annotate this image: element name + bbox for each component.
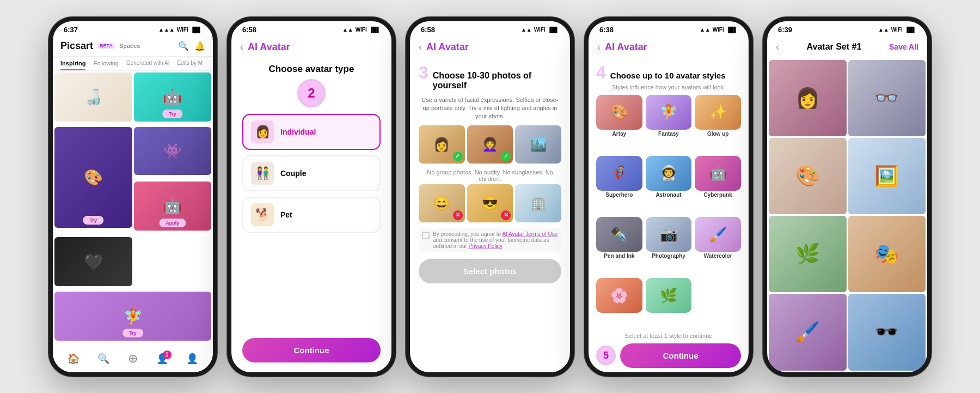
photo-cell-3[interactable]: 🏙️	[515, 125, 561, 164]
apply-btn-4[interactable]: Apply	[159, 219, 186, 227]
result-item-6[interactable]: 🎭	[848, 216, 926, 292]
style-astronaut[interactable]: 👨‍🚀 Astronaut	[646, 156, 692, 214]
styles-screen: 4 Choose up to 10 avatar styles Styles i…	[589, 58, 749, 372]
choose-type-title: Choose avatar type	[242, 64, 381, 75]
try-btn-6[interactable]: Try	[122, 329, 143, 337]
photo-cell-5[interactable]: 😎 ✕	[467, 184, 513, 222]
consent-checkbox[interactable]	[422, 232, 430, 239]
avatar-title-4: AI Avatar	[605, 41, 647, 53]
feed-img-3: 👾	[134, 127, 212, 175]
style-extra1[interactable]: 🌸	[596, 278, 642, 330]
result-item-1[interactable]: 👩	[769, 60, 847, 136]
avatar-header-3: ‹ AI Avatar	[410, 36, 570, 58]
feed-item-5[interactable]: 🖤	[54, 237, 132, 286]
no-rule-text: No group photos. No nudity. No sunglasse…	[419, 169, 561, 182]
back-button-5[interactable]: ‹	[776, 41, 779, 53]
style-thumb-fantasy: 🧚	[646, 95, 692, 130]
photo-cell-6[interactable]: 🏢	[515, 184, 561, 222]
status-bar-4: 6:38 ▲▲ WiFi ▐█▌	[589, 21, 749, 36]
feed-item-0[interactable]: 🍶	[54, 72, 132, 122]
feed-item-4[interactable]: 🤖 Apply	[134, 182, 212, 231]
nav-home[interactable]: 🏠	[68, 353, 79, 365]
style-label-superhero: Superhero	[605, 192, 633, 198]
photos-title: Choose 10-30 photos of yourself	[433, 71, 561, 90]
tab-following[interactable]: Following	[93, 60, 118, 70]
styles-subtitle: Styles influence how your avatars will l…	[596, 84, 741, 90]
result-item-4[interactable]: 🖼️	[848, 138, 926, 214]
tab-inspiring[interactable]: Inspiring	[60, 60, 85, 70]
continue-btn-2[interactable]: Continue	[242, 338, 381, 362]
feed-item-3[interactable]: 👾	[134, 127, 212, 175]
photo-cell-2[interactable]: 👩‍🦱 ✓	[467, 125, 513, 164]
result-item-2[interactable]: 👓	[848, 60, 926, 136]
try-btn-2[interactable]: Try	[83, 216, 103, 225]
style-label-fantasy: Fantasy	[658, 131, 679, 137]
nav-profile[interactable]: 👤	[186, 353, 198, 365]
photos-screen: 3 Choose 10-30 photos of yourself Use a …	[410, 58, 570, 372]
photo-cell-1[interactable]: 👩 ✓	[419, 125, 465, 164]
status-icons-2: ▲▲ WiFi ▐█▌	[342, 27, 381, 33]
continue-btn-4[interactable]: Continue	[620, 343, 741, 368]
status-bar-2: 6:58 ▲▲ WiFi ▐█▌	[231, 21, 391, 36]
result-item-7[interactable]: 🖌️	[769, 294, 847, 370]
individual-thumb: 👩	[251, 120, 274, 143]
try-btn-1[interactable]: Try	[162, 110, 183, 118]
photos-content: ‹ AI Avatar 3 Choose 10-30 photos of you…	[410, 36, 570, 372]
step-num-4: 4	[596, 63, 606, 83]
save-all-btn[interactable]: Save All	[889, 43, 918, 51]
style-photography[interactable]: 📷 Photography	[646, 217, 692, 275]
signal-icon-5: ▲▲	[878, 27, 889, 33]
feed-item-6[interactable]: 🧚 Try	[54, 292, 211, 341]
tab-generated[interactable]: Generated with AI	[126, 60, 170, 70]
phone-3-photos: 6:58 ▲▲ WiFi ▐█▌ ‹ AI Avatar 3 Choose 10…	[406, 17, 574, 377]
battery-icon: ▐█▌	[191, 27, 202, 33]
couple-label: Couple	[280, 169, 306, 178]
status-icons-4: ▲▲ WiFi ▐█▌	[700, 27, 738, 33]
phone-4-styles: 6:38 ▲▲ WiFi ▐█▌ ‹ AI Avatar 4 Choose up…	[584, 17, 753, 377]
privacy-link[interactable]: Privacy Policy	[469, 243, 503, 249]
style-watercolor[interactable]: 🖌️ Watercolor	[695, 217, 741, 275]
check-5: ✕	[501, 210, 511, 220]
result-item-5[interactable]: 🌿	[769, 216, 847, 292]
pet-label: Pet	[280, 210, 292, 219]
type-couple[interactable]: 👫 Couple	[242, 155, 381, 191]
style-glowup[interactable]: ✨ Glow up	[695, 95, 741, 153]
feed-header: Picsart BETA Spaces 🔍 🔔	[53, 36, 213, 57]
style-label-penink: Pen and Ink	[604, 253, 634, 259]
style-cyberpunk[interactable]: 🤖 Cyberpunk	[695, 156, 741, 214]
style-superhero[interactable]: 🦸 Superhero	[596, 156, 642, 214]
bell-icon[interactable]: 🔔	[194, 41, 205, 51]
select-photos-btn[interactable]: Select photos	[419, 259, 561, 283]
photo-cell-4[interactable]: 😄 ✕	[419, 184, 465, 222]
search-icon[interactable]: 🔍	[178, 41, 189, 51]
result-item-3[interactable]: 🎨	[769, 138, 847, 214]
style-extra2[interactable]: 🌿	[646, 278, 692, 330]
wifi-icon-5: WiFi	[891, 27, 903, 33]
choose-type-screen: Choose avatar type 2 👩 Individual 👫 Coup…	[231, 58, 391, 372]
tab-edits[interactable]: Edits by M	[177, 60, 203, 70]
nav-notifications[interactable]: 👤 1	[156, 353, 168, 365]
avatar-title-2: AI Avatar	[248, 41, 290, 53]
feed-item-1[interactable]: 🤖 Try	[134, 72, 212, 122]
feed-img-5: 🖤	[54, 237, 132, 286]
style-label-photography: Photography	[652, 253, 685, 259]
result-item-8[interactable]: 🕶️	[848, 294, 926, 370]
avatar-result-grid: 👩 👓 🎨 🖼️ 🌿 🎭 🖌️ 🕶️	[767, 58, 927, 372]
back-button-3[interactable]: ‹	[419, 41, 422, 53]
type-individual[interactable]: 👩 Individual	[242, 114, 381, 150]
style-fantasy[interactable]: 🧚 Fantasy	[646, 95, 692, 153]
style-penink[interactable]: ✒️ Pen and Ink	[596, 217, 642, 275]
feed-tabs: Inspiring Following Generated with AI Ed…	[53, 57, 213, 71]
status-icons-5: ▲▲ WiFi ▐█▌	[878, 27, 916, 33]
nav-create[interactable]: ⊕	[128, 352, 138, 366]
type-pet[interactable]: 🐕 Pet	[242, 197, 381, 233]
signal-icon-3: ▲▲	[521, 27, 532, 33]
feed-content: Picsart BETA Spaces 🔍 🔔 Inspiring Follow…	[53, 36, 213, 347]
back-button-2[interactable]: ‹	[240, 41, 243, 53]
style-artsy[interactable]: 🎨 Artsy	[596, 95, 642, 153]
back-button-4[interactable]: ‹	[597, 41, 601, 53]
terms-link[interactable]: AI Avatar Terms of Use	[502, 231, 558, 237]
feed-item-2[interactable]: 🎨 Try	[54, 127, 132, 228]
nav-explore[interactable]: 🔍	[97, 353, 109, 365]
style-label-artsy: Artsy	[612, 131, 627, 137]
